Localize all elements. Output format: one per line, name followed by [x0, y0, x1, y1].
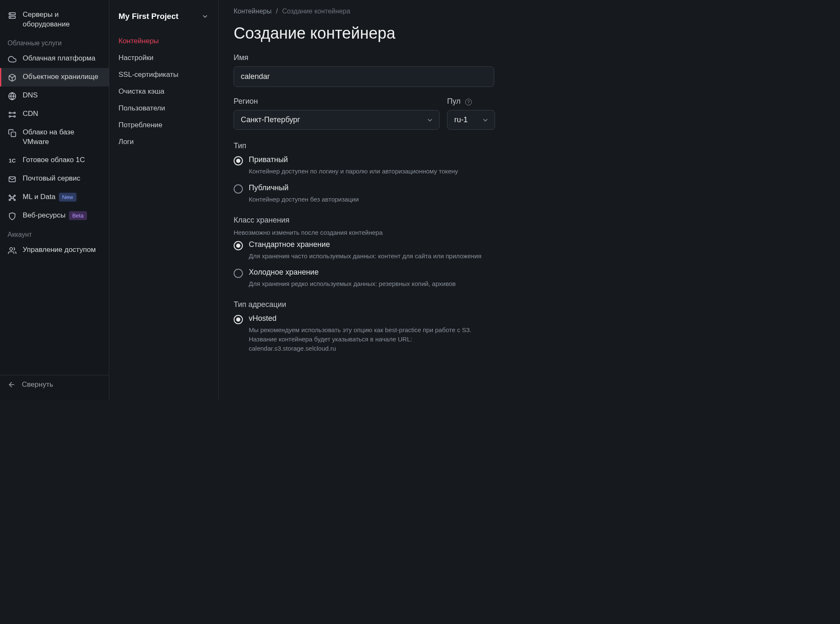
subnav-usage[interactable]: Потребление: [118, 117, 209, 134]
sidebar-item-label: Почтовый сервис: [23, 174, 101, 184]
cloud-icon: [8, 55, 17, 64]
chevron-down-icon: [201, 13, 209, 20]
radio-desc: Контейнер доступен без авторизации: [249, 195, 359, 204]
radio-label: Приватный: [249, 155, 458, 164]
radio-icon: [234, 241, 243, 250]
subnav-containers[interactable]: Контейнеры: [118, 33, 209, 50]
sidebar-item-label: Облачная платформа: [23, 54, 101, 63]
sidebar-item-access[interactable]: Управление доступом: [0, 241, 109, 260]
sidebar-sub: My First Project Контейнеры Настройки SS…: [109, 0, 219, 400]
sidebar-item-vmware[interactable]: Облако на базе VMware: [0, 123, 109, 151]
sidebar-item-label: Веб-ресурсыBeta: [23, 211, 101, 220]
sidebar-item-cloud-platform[interactable]: Облачная платформа: [0, 50, 109, 68]
sidebar-item-label: CDN: [23, 109, 101, 119]
storage-icon: [8, 73, 17, 82]
pool-label: Пул ?: [447, 97, 495, 106]
subnav-ssl[interactable]: SSL-сертификаты: [118, 66, 209, 83]
1c-icon: 1C: [8, 156, 17, 165]
svg-point-2: [10, 13, 11, 14]
radio-label: Стандартное хранение: [249, 240, 482, 249]
breadcrumb: Контейнеры / Создание контейнера: [234, 8, 523, 15]
sidebar-item-1c[interactable]: 1C Готовое облако 1С: [0, 151, 109, 170]
main-content: Контейнеры / Создание контейнера Создани…: [219, 0, 538, 400]
users-icon: [8, 246, 17, 255]
sidebar-item-mail[interactable]: Почтовый сервис: [0, 170, 109, 188]
sidebar-item-label: DNS: [23, 91, 101, 100]
radio-desc: Для хранения часто используемых данных: …: [249, 252, 482, 261]
subnav-settings[interactable]: Настройки: [118, 50, 209, 66]
sidebar-item-label: Объектное хранилище: [23, 72, 101, 82]
breadcrumb-current: Создание контейнера: [282, 8, 350, 15]
badge-beta: Beta: [69, 211, 87, 220]
name-label: Имя: [234, 53, 523, 62]
help-icon[interactable]: ?: [465, 99, 472, 105]
radio-label: Холодное хранение: [249, 268, 456, 277]
addressing-label: Тип адресации: [234, 300, 523, 309]
storage-class-label: Класс хранения: [234, 216, 523, 225]
svg-point-9: [9, 115, 11, 117]
svg-point-18: [10, 247, 13, 250]
arrow-left-icon: [8, 380, 16, 389]
subnav-logs[interactable]: Логи: [118, 134, 209, 150]
sidebar-section-account: Аккаунт: [0, 225, 109, 241]
svg-point-7: [9, 112, 11, 113]
radio-icon: [234, 269, 243, 278]
radio-addressing-vhosted[interactable]: vHosted Мы рекомендуем использовать эту …: [234, 314, 523, 353]
sidebar-item-label: Серверы и оборудование: [23, 10, 101, 29]
radio-icon: [234, 184, 243, 194]
sidebar-item-object-storage[interactable]: Объектное хранилище: [0, 68, 109, 87]
badge-new: New: [59, 193, 76, 202]
page-title: Создание контейнера: [234, 24, 523, 42]
sidebar-main: Серверы и оборудование Облачные услуги О…: [0, 0, 109, 400]
sidebar-item-label: Облако на базе VMware: [23, 128, 101, 147]
region-label: Регион: [234, 97, 440, 106]
storage-class-sub: Невозможно изменить после создания конте…: [234, 229, 523, 236]
subnav-cache[interactable]: Очистка кэша: [118, 83, 209, 100]
brain-icon: [8, 193, 17, 202]
breadcrumb-parent[interactable]: Контейнеры: [234, 8, 271, 15]
name-input[interactable]: [234, 66, 494, 87]
sidebar-item-label: Управление доступом: [23, 245, 101, 255]
radio-type-private[interactable]: Приватный Контейнер доступен по логину и…: [234, 155, 523, 176]
radio-label: vHosted: [249, 314, 501, 323]
sidebar-item-servers[interactable]: Серверы и оборудование: [0, 6, 109, 34]
sidebar-item-label: Готовое облако 1С: [23, 155, 101, 165]
project-selector[interactable]: My First Project: [118, 12, 209, 21]
sidebar-item-mldata[interactable]: ML и DataNew: [0, 188, 109, 207]
radio-type-public[interactable]: Публичный Контейнер доступен без авториз…: [234, 184, 523, 204]
radio-storage-cold[interactable]: Холодное хранение Для хранения редко исп…: [234, 268, 523, 288]
globe-icon: [8, 92, 17, 101]
sidebar-item-web-resources[interactable]: Веб-ресурсыBeta: [0, 207, 109, 225]
sidebar-collapse[interactable]: Свернуть: [0, 375, 109, 394]
radio-icon: [234, 156, 243, 165]
project-name: My First Project: [118, 12, 179, 21]
region-select[interactable]: Санкт-Петербург: [234, 110, 440, 130]
radio-desc: Контейнер доступен по логину и паролю ил…: [249, 167, 458, 176]
svg-point-3: [10, 17, 11, 18]
collapse-label: Свернуть: [22, 380, 53, 389]
mail-icon: [8, 175, 17, 184]
copy-icon: [8, 128, 17, 138]
svg-rect-11: [11, 132, 16, 136]
radio-desc: Мы рекомендуем использовать эту опцию ка…: [249, 325, 501, 353]
radio-icon: [234, 315, 243, 324]
subnav-users[interactable]: Пользователи: [118, 100, 209, 117]
network-icon: [8, 110, 17, 119]
sidebar-item-cdn[interactable]: CDN: [0, 105, 109, 123]
svg-point-10: [14, 115, 15, 117]
radio-label: Публичный: [249, 184, 359, 192]
sidebar-item-dns[interactable]: DNS: [0, 87, 109, 105]
shield-icon: [8, 212, 17, 221]
sidebar-section-cloud: Облачные услуги: [0, 34, 109, 50]
svg-point-13: [11, 197, 13, 199]
radio-desc: Для хранения редко используемых данных: …: [249, 279, 456, 288]
chevron-down-icon: [426, 116, 434, 124]
chevron-down-icon: [482, 116, 489, 124]
radio-storage-standard[interactable]: Стандартное хранение Для хранения часто …: [234, 240, 523, 261]
sidebar-item-label: ML и DataNew: [23, 192, 101, 202]
svg-point-8: [14, 112, 15, 113]
server-icon: [8, 11, 17, 20]
type-label: Тип: [234, 142, 523, 150]
